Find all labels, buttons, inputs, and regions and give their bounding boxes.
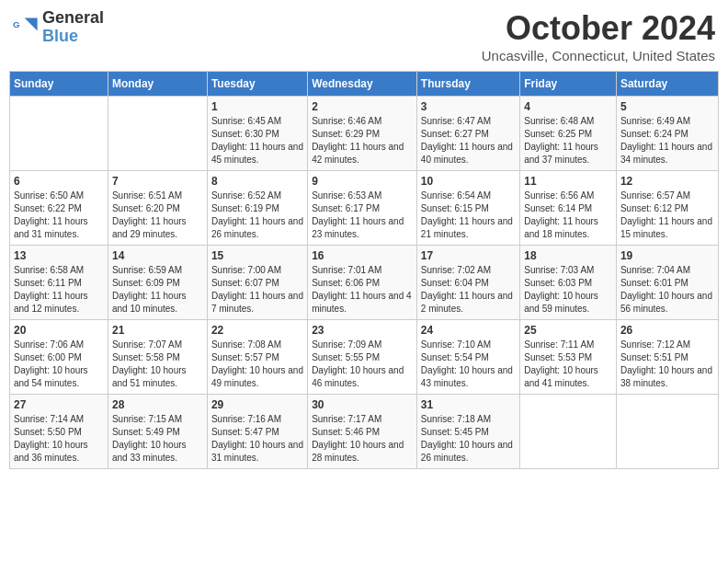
day-number: 10 — [421, 175, 516, 188]
day-info: Sunrise: 6:59 AM Sunset: 6:09 PM Dayligh… — [112, 264, 203, 316]
day-info: Sunrise: 7:14 AM Sunset: 5:50 PM Dayligh… — [14, 413, 104, 465]
calendar-cell: 18Sunrise: 7:03 AM Sunset: 6:03 PM Dayli… — [520, 246, 617, 320]
day-info: Sunrise: 7:16 AM Sunset: 5:47 PM Dayligh… — [211, 413, 303, 465]
day-info: Sunrise: 6:58 AM Sunset: 6:11 PM Dayligh… — [14, 264, 104, 316]
day-info: Sunrise: 6:49 AM Sunset: 6:24 PM Dayligh… — [620, 115, 714, 167]
day-info: Sunrise: 6:46 AM Sunset: 6:29 PM Dayligh… — [312, 115, 413, 167]
day-of-week-header: Saturday — [616, 72, 718, 97]
day-info: Sunrise: 6:51 AM Sunset: 6:20 PM Dayligh… — [112, 190, 203, 241]
day-number: 2 — [312, 100, 413, 113]
calendar-cell: 12Sunrise: 6:57 AM Sunset: 6:12 PM Dayli… — [616, 171, 718, 246]
day-info: Sunrise: 7:18 AM Sunset: 5:45 PM Dayligh… — [421, 413, 516, 465]
day-info: Sunrise: 6:50 AM Sunset: 6:22 PM Dayligh… — [14, 190, 104, 241]
calendar-table: SundayMondayTuesdayWednesdayThursdayFrid… — [9, 71, 719, 469]
calendar-cell: 11Sunrise: 6:56 AM Sunset: 6:14 PM Dayli… — [520, 171, 617, 246]
day-number: 1 — [211, 100, 303, 113]
calendar-cell — [520, 395, 617, 469]
day-info: Sunrise: 7:12 AM Sunset: 5:51 PM Dayligh… — [620, 339, 714, 390]
title-block: October 2024 Uncasville, Connecticut, Un… — [482, 9, 715, 63]
day-of-week-header: Wednesday — [308, 72, 417, 97]
day-number: 22 — [211, 324, 303, 337]
day-info: Sunrise: 6:56 AM Sunset: 6:14 PM Dayligh… — [524, 190, 612, 241]
day-number: 8 — [211, 175, 303, 188]
day-number: 24 — [421, 324, 516, 337]
day-number: 23 — [312, 324, 413, 337]
calendar-cell: 25Sunrise: 7:11 AM Sunset: 5:53 PM Dayli… — [520, 320, 617, 395]
day-number: 20 — [14, 324, 104, 337]
day-info: Sunrise: 6:57 AM Sunset: 6:12 PM Dayligh… — [620, 190, 714, 241]
day-info: Sunrise: 7:02 AM Sunset: 6:04 PM Dayligh… — [421, 264, 516, 316]
day-info: Sunrise: 6:54 AM Sunset: 6:15 PM Dayligh… — [421, 190, 516, 241]
day-number: 18 — [524, 249, 612, 262]
day-number: 21 — [112, 324, 203, 337]
day-number: 27 — [14, 398, 104, 411]
day-info: Sunrise: 6:45 AM Sunset: 6:30 PM Dayligh… — [211, 115, 303, 167]
day-info: Sunrise: 7:09 AM Sunset: 5:55 PM Dayligh… — [312, 339, 413, 390]
calendar-cell: 4Sunrise: 6:48 AM Sunset: 6:25 PM Daylig… — [520, 97, 617, 171]
calendar-cell: 8Sunrise: 6:52 AM Sunset: 6:19 PM Daylig… — [207, 171, 307, 246]
day-number: 13 — [14, 249, 104, 262]
day-number: 15 — [211, 249, 303, 262]
calendar-week-row: 6Sunrise: 6:50 AM Sunset: 6:22 PM Daylig… — [10, 171, 719, 246]
day-of-week-header: Friday — [520, 72, 617, 97]
calendar-cell: 21Sunrise: 7:07 AM Sunset: 5:58 PM Dayli… — [108, 320, 207, 395]
day-number: 25 — [524, 324, 612, 337]
day-info: Sunrise: 7:01 AM Sunset: 6:06 PM Dayligh… — [312, 264, 413, 316]
day-info: Sunrise: 7:17 AM Sunset: 5:46 PM Dayligh… — [312, 413, 413, 465]
day-info: Sunrise: 7:03 AM Sunset: 6:03 PM Dayligh… — [524, 264, 612, 316]
day-info: Sunrise: 6:48 AM Sunset: 6:25 PM Dayligh… — [524, 115, 612, 167]
calendar-cell — [616, 395, 718, 469]
day-info: Sunrise: 7:10 AM Sunset: 5:54 PM Dayligh… — [421, 339, 516, 390]
calendar-cell: 7Sunrise: 6:51 AM Sunset: 6:20 PM Daylig… — [108, 171, 207, 246]
day-of-week-header: Sunday — [10, 72, 108, 97]
day-info: Sunrise: 7:11 AM Sunset: 5:53 PM Dayligh… — [524, 339, 612, 390]
logo-icon: G — [13, 15, 39, 40]
calendar-cell: 22Sunrise: 7:08 AM Sunset: 5:57 PM Dayli… — [207, 320, 307, 395]
calendar-cell: 13Sunrise: 6:58 AM Sunset: 6:11 PM Dayli… — [10, 246, 108, 320]
day-info: Sunrise: 6:52 AM Sunset: 6:19 PM Dayligh… — [211, 190, 303, 241]
calendar-cell: 29Sunrise: 7:16 AM Sunset: 5:47 PM Dayli… — [207, 395, 307, 469]
svg-text:G: G — [13, 19, 20, 29]
day-info: Sunrise: 6:47 AM Sunset: 6:27 PM Dayligh… — [421, 115, 516, 167]
day-number: 5 — [620, 100, 714, 113]
day-info: Sunrise: 7:00 AM Sunset: 6:07 PM Dayligh… — [211, 264, 303, 316]
page-header: G General Blue October 2024 Uncasville, … — [9, 9, 719, 63]
logo: G General Blue — [13, 9, 104, 46]
day-info: Sunrise: 7:08 AM Sunset: 5:57 PM Dayligh… — [211, 339, 303, 390]
calendar-cell: 23Sunrise: 7:09 AM Sunset: 5:55 PM Dayli… — [308, 320, 417, 395]
day-number: 7 — [112, 175, 203, 188]
calendar-week-row: 27Sunrise: 7:14 AM Sunset: 5:50 PM Dayli… — [10, 395, 719, 469]
day-number: 19 — [620, 249, 714, 262]
calendar-cell: 26Sunrise: 7:12 AM Sunset: 5:51 PM Dayli… — [616, 320, 718, 395]
day-info: Sunrise: 7:07 AM Sunset: 5:58 PM Dayligh… — [112, 339, 203, 390]
day-number: 26 — [620, 324, 714, 337]
day-number: 6 — [14, 175, 104, 188]
svg-marker-1 — [25, 17, 38, 30]
calendar-cell: 5Sunrise: 6:49 AM Sunset: 6:24 PM Daylig… — [616, 97, 718, 171]
main-title: October 2024 — [482, 9, 715, 48]
day-number: 29 — [211, 398, 303, 411]
day-number: 30 — [312, 398, 413, 411]
calendar-cell: 14Sunrise: 6:59 AM Sunset: 6:09 PM Dayli… — [108, 246, 207, 320]
day-of-week-header: Monday — [108, 72, 207, 97]
calendar-cell: 20Sunrise: 7:06 AM Sunset: 6:00 PM Dayli… — [10, 320, 108, 395]
calendar-cell: 19Sunrise: 7:04 AM Sunset: 6:01 PM Dayli… — [616, 246, 718, 320]
day-of-week-header: Tuesday — [207, 72, 307, 97]
calendar-week-row: 1Sunrise: 6:45 AM Sunset: 6:30 PM Daylig… — [10, 97, 719, 171]
day-number: 11 — [524, 175, 612, 188]
day-info: Sunrise: 7:15 AM Sunset: 5:49 PM Dayligh… — [112, 413, 203, 465]
day-number: 17 — [421, 249, 516, 262]
calendar-cell: 30Sunrise: 7:17 AM Sunset: 5:46 PM Dayli… — [308, 395, 417, 469]
day-number: 31 — [421, 398, 516, 411]
day-info: Sunrise: 6:53 AM Sunset: 6:17 PM Dayligh… — [312, 190, 413, 241]
calendar-cell: 6Sunrise: 6:50 AM Sunset: 6:22 PM Daylig… — [10, 171, 108, 246]
day-number: 14 — [112, 249, 203, 262]
logo-line1: General — [42, 9, 104, 28]
day-number: 28 — [112, 398, 203, 411]
day-number: 4 — [524, 100, 612, 113]
day-info: Sunrise: 7:06 AM Sunset: 6:00 PM Dayligh… — [14, 339, 104, 390]
calendar-cell: 31Sunrise: 7:18 AM Sunset: 5:45 PM Dayli… — [416, 395, 519, 469]
subtitle: Uncasville, Connecticut, United States — [482, 48, 715, 63]
calendar-cell: 2Sunrise: 6:46 AM Sunset: 6:29 PM Daylig… — [308, 97, 417, 171]
header-row: SundayMondayTuesdayWednesdayThursdayFrid… — [10, 72, 719, 97]
